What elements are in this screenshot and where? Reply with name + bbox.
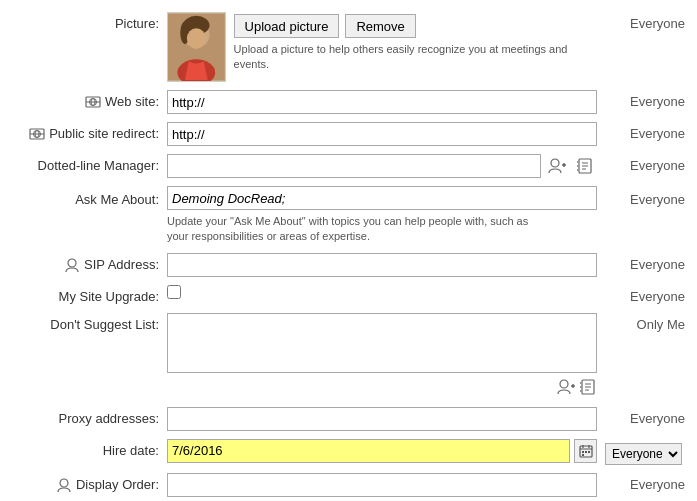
remove-picture-button[interactable]: Remove bbox=[345, 14, 415, 38]
display-order-input[interactable] bbox=[167, 473, 597, 497]
public-site-redirect-privacy: Everyone bbox=[605, 122, 685, 141]
add-person-icon-2 bbox=[557, 378, 575, 396]
dont-suggest-input-col bbox=[167, 313, 605, 399]
svg-rect-39 bbox=[582, 451, 584, 453]
svg-rect-41 bbox=[588, 451, 590, 453]
website-label-col: Web site: bbox=[12, 90, 167, 110]
address-book-icon bbox=[576, 157, 594, 175]
website-privacy: Everyone bbox=[605, 90, 685, 109]
hire-date-calendar-button[interactable] bbox=[574, 439, 597, 463]
sip-icon bbox=[64, 257, 80, 273]
dotted-manager-add-person-button[interactable] bbox=[545, 154, 569, 178]
picture-buttons: Upload picture Remove bbox=[234, 12, 597, 38]
svg-point-14 bbox=[551, 159, 559, 167]
profile-form: Picture: bbox=[0, 0, 697, 501]
my-site-upgrade-label-col: My Site Upgrade: bbox=[12, 285, 167, 304]
dotted-manager-privacy: Everyone bbox=[605, 154, 685, 173]
hire-date-label: Hire date: bbox=[103, 443, 159, 458]
website-input[interactable] bbox=[167, 90, 597, 114]
display-order-row: Display Order: Everyone bbox=[12, 469, 685, 501]
svg-point-5 bbox=[187, 28, 206, 49]
picture-label-col: Picture: bbox=[12, 12, 167, 31]
sip-address-privacy: Everyone bbox=[605, 253, 685, 272]
website-label: Web site: bbox=[105, 94, 159, 109]
dont-suggest-privacy: Only Me bbox=[605, 313, 685, 332]
hire-date-input-col bbox=[167, 439, 605, 463]
upload-picture-button[interactable]: Upload picture bbox=[234, 14, 340, 38]
dotted-manager-label-col: Dotted-line Manager: bbox=[12, 154, 167, 173]
my-site-upgrade-checkbox[interactable] bbox=[167, 285, 181, 299]
ask-me-about-input-col: Update your "Ask Me About" with topics y… bbox=[167, 186, 605, 245]
ask-me-about-label-col: Ask Me About: bbox=[12, 186, 167, 207]
dotted-manager-row: Dotted-line Manager: bbox=[12, 150, 685, 182]
public-site-icon bbox=[29, 126, 45, 142]
picture-section: Upload picture Remove Upload a picture t… bbox=[167, 12, 597, 82]
public-site-redirect-label: Public site redirect: bbox=[49, 126, 159, 141]
svg-point-25 bbox=[560, 380, 568, 388]
svg-point-43 bbox=[60, 479, 68, 487]
ask-me-about-row: Ask Me About: Update your "Ask Me About"… bbox=[12, 182, 685, 249]
sip-address-label-col: SIP Address: bbox=[12, 253, 167, 273]
ask-me-about-help: Update your "Ask Me About" with topics y… bbox=[167, 214, 547, 245]
hire-date-privacy-dropdown: Everyone Only Me bbox=[605, 443, 685, 465]
dotted-manager-input-col bbox=[167, 154, 605, 178]
hire-date-privacy-col: Everyone Only Me bbox=[605, 439, 685, 465]
picture-input-col: Upload picture Remove Upload a picture t… bbox=[167, 12, 605, 82]
website-row: Web site: Everyone bbox=[12, 86, 685, 118]
svg-rect-32 bbox=[580, 382, 582, 384]
hire-date-privacy-select[interactable]: Everyone Only Me bbox=[605, 443, 682, 465]
svg-rect-40 bbox=[585, 451, 587, 453]
proxy-addresses-label: Proxy addresses: bbox=[59, 411, 159, 426]
hire-date-input[interactable] bbox=[167, 439, 570, 463]
website-icon bbox=[85, 94, 101, 110]
proxy-addresses-input[interactable] bbox=[167, 407, 597, 431]
add-person-icon bbox=[548, 157, 566, 175]
dotted-manager-controls bbox=[167, 154, 597, 178]
ask-me-about-privacy: Everyone bbox=[605, 186, 685, 207]
public-site-redirect-label-col: Public site redirect: bbox=[12, 122, 167, 142]
svg-rect-21 bbox=[577, 161, 579, 163]
proxy-addresses-row: Proxy addresses: Everyone bbox=[12, 403, 685, 435]
dotted-manager-input[interactable] bbox=[167, 154, 541, 178]
display-order-privacy: Everyone bbox=[605, 473, 685, 492]
hire-date-row: Hire date: bbox=[12, 435, 685, 469]
picture-label: Picture: bbox=[115, 16, 159, 31]
public-site-redirect-input[interactable] bbox=[167, 122, 597, 146]
sip-address-row: SIP Address: Everyone bbox=[12, 249, 685, 281]
svg-rect-34 bbox=[580, 390, 582, 392]
ask-me-about-label: Ask Me About: bbox=[75, 192, 159, 207]
sip-address-input[interactable] bbox=[167, 253, 597, 277]
sip-address-input-col bbox=[167, 253, 605, 277]
dotted-manager-label: Dotted-line Manager: bbox=[38, 158, 159, 173]
hire-date-label-col: Hire date: bbox=[12, 439, 167, 458]
svg-point-24 bbox=[68, 259, 76, 267]
display-order-label-col: Display Order: bbox=[12, 473, 167, 493]
svg-rect-42 bbox=[582, 454, 584, 456]
picture-row: Picture: bbox=[12, 8, 685, 86]
public-site-redirect-row: Public site redirect: Everyone bbox=[12, 118, 685, 150]
my-site-upgrade-privacy: Everyone bbox=[605, 285, 685, 304]
dont-suggest-icon-row bbox=[167, 378, 597, 399]
svg-rect-22 bbox=[577, 165, 579, 167]
dont-suggest-book-button[interactable] bbox=[579, 378, 597, 399]
my-site-upgrade-input-col bbox=[167, 285, 605, 302]
dont-suggest-add-person-button[interactable] bbox=[557, 378, 575, 399]
my-site-upgrade-row: My Site Upgrade: Everyone bbox=[12, 281, 685, 309]
website-input-col bbox=[167, 90, 605, 114]
picture-privacy: Everyone bbox=[605, 12, 685, 31]
sip-address-label: SIP Address: bbox=[84, 257, 159, 272]
svg-rect-33 bbox=[580, 386, 582, 388]
display-order-label: Display Order: bbox=[76, 477, 159, 492]
public-site-redirect-input-col bbox=[167, 122, 605, 146]
ask-me-about-input[interactable] bbox=[167, 186, 597, 210]
profile-photo bbox=[167, 12, 226, 82]
dotted-manager-book-button[interactable] bbox=[573, 154, 597, 178]
my-site-upgrade-label: My Site Upgrade: bbox=[59, 289, 159, 304]
dont-suggest-row: Don't Suggest List: bbox=[12, 309, 685, 403]
hire-date-controls bbox=[167, 439, 597, 463]
dont-suggest-textarea[interactable] bbox=[167, 313, 597, 373]
proxy-addresses-privacy: Everyone bbox=[605, 407, 685, 426]
address-book-icon-2 bbox=[579, 378, 597, 396]
picture-controls: Upload picture Remove Upload a picture t… bbox=[234, 12, 597, 73]
picture-help-text: Upload a picture to help others easily r… bbox=[234, 42, 597, 73]
